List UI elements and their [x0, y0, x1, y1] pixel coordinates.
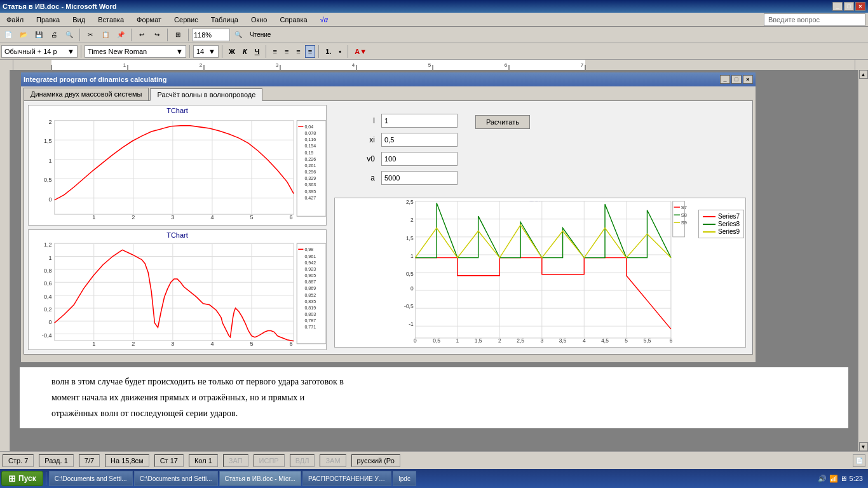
taskbar-item-0[interactable]: C:\Documents and Setti...	[49, 471, 133, 486]
highlight-button[interactable]: A▼	[351, 45, 370, 58]
cut-button[interactable]: ✂	[83, 28, 97, 42]
taskbar-item-3[interactable]: РАСПРОСТРАНЕНИЕ УП...	[302, 471, 391, 486]
app-minimize-btn[interactable]: _	[720, 75, 730, 84]
style-combo[interactable]: Обычный + 14 р ▼	[1, 45, 78, 58]
align-center-button[interactable]: ≡	[281, 45, 292, 58]
svg-text:0,363: 0,363	[304, 182, 316, 187]
toolbar-2: Обычный + 14 р ▼ Times New Roman ▼ 14 ▼ …	[0, 43, 868, 60]
app-restore-btn[interactable]: □	[731, 75, 742, 84]
input-xi-row: xi	[362, 133, 458, 147]
l-input[interactable]	[381, 114, 458, 128]
doc-paragraph-2: момент начала их движения прямых и отраж…	[51, 390, 817, 405]
svg-text:1: 1	[49, 255, 52, 261]
menu-insert[interactable]: Вставка	[94, 15, 128, 25]
svg-text:0,5: 0,5	[433, 337, 440, 344]
v0-input[interactable]	[381, 152, 458, 166]
svg-text:0: 0	[410, 285, 414, 292]
input-v0-row: v0	[362, 152, 458, 166]
start-button[interactable]: ⊞ Пуск	[1, 471, 43, 486]
svg-text:0,261: 0,261	[304, 163, 316, 168]
svg-text:0,4: 0,4	[44, 294, 52, 300]
menu-help[interactable]: Справка	[276, 15, 311, 25]
svg-text:4: 4	[210, 341, 214, 347]
bold-button[interactable]: Ж	[226, 45, 238, 58]
zoom-icon: 🔍	[231, 28, 245, 42]
svg-text:1: 1	[456, 337, 459, 344]
sep4	[188, 29, 189, 41]
svg-text:S9: S9	[681, 220, 687, 226]
xi-input[interactable]	[381, 133, 458, 147]
menu-file[interactable]: Файл	[3, 15, 27, 25]
menu-window[interactable]: Окно	[247, 15, 271, 25]
align-left-button[interactable]: ≡	[269, 45, 280, 58]
scroll-up-button[interactable]: ▲	[859, 70, 868, 79]
scroll-down-button[interactable]: ▼	[859, 442, 868, 451]
svg-text:0,395: 0,395	[304, 189, 316, 194]
align-justify-button[interactable]: ≡	[305, 45, 315, 58]
menu-service[interactable]: Сервис	[170, 15, 202, 25]
numbering-button[interactable]: 1.	[322, 45, 334, 58]
redo-button[interactable]: ↪	[150, 28, 164, 42]
underline-button[interactable]: Ч	[252, 45, 263, 58]
title-controls: _ □ ×	[832, 2, 865, 11]
minimize-button[interactable]: _	[832, 2, 843, 11]
clock: 5:23	[850, 475, 863, 482]
bullets-button[interactable]: •	[336, 45, 344, 58]
svg-text:1: 1	[123, 62, 126, 68]
taskbar-item-1[interactable]: C:\Documents and Setti...	[134, 471, 218, 486]
inputs-section: l xi v0 a	[357, 109, 463, 190]
taskbar-item-4[interactable]: Ipdc	[393, 471, 416, 486]
svg-text:0,2: 0,2	[44, 306, 52, 313]
italic-button[interactable]: К	[240, 45, 250, 58]
status-section: Разд. 1	[39, 454, 73, 467]
tab-dynamics[interactable]: Динамика двух массовой системы	[24, 88, 149, 100]
doc-paragraph-1: волн в этом случае будет происходить не …	[51, 374, 817, 390]
save-button[interactable]: 💾	[32, 28, 46, 42]
size-dropdown-icon: ▼	[208, 48, 215, 55]
svg-text:0,296: 0,296	[304, 170, 316, 175]
zoom-combo[interactable]: 118%	[192, 29, 230, 41]
svg-text:0,6: 0,6	[44, 280, 52, 287]
menu-math[interactable]: √α	[316, 15, 332, 25]
calc-button[interactable]: Расчитать	[475, 115, 530, 129]
maximize-button[interactable]: □	[844, 2, 854, 11]
svg-text:3: 3	[171, 214, 174, 220]
menu-table[interactable]: Таблица	[207, 15, 242, 25]
status-bar: Стр. 7 Разд. 1 7/7 На 15,8см Ст 17 Кол 1…	[0, 451, 868, 469]
sep6	[189, 45, 190, 58]
open-button[interactable]: 📂	[17, 28, 31, 42]
menu-view[interactable]: Вид	[69, 15, 89, 25]
app-close-btn[interactable]: ×	[743, 75, 753, 84]
read-mode-button[interactable]: Чтение	[247, 28, 274, 42]
chart2-title: TChart	[29, 230, 326, 240]
size-combo[interactable]: 14 ▼	[193, 45, 219, 58]
svg-text:S8: S8	[681, 212, 687, 218]
menu-format[interactable]: Формат	[133, 15, 165, 25]
series9-line	[703, 231, 715, 233]
systray-icons: 🔊 📶 🖥	[818, 475, 846, 483]
paste-button[interactable]: 📌	[114, 28, 128, 42]
a-input[interactable]	[381, 171, 458, 185]
doc-paragraph-3: отражённых волн от последующей серии уда…	[51, 405, 817, 421]
taskbar-item-2[interactable]: Статья в ИВ.doc - Micr...	[219, 471, 301, 486]
doc-area[interactable]: Integrated program of dinamics calculati…	[10, 70, 858, 451]
legend-series7: Series7	[703, 213, 740, 220]
svg-text:3,5: 3,5	[559, 337, 567, 344]
undo-button[interactable]: ↩	[135, 28, 149, 42]
new-button[interactable]: 📄	[1, 28, 15, 42]
ask-box[interactable]: Введите вопрос	[764, 13, 865, 26]
preview-button[interactable]: 🔍	[62, 28, 76, 42]
table-button[interactable]: ⊞	[171, 28, 185, 42]
align-right-button[interactable]: ≡	[293, 45, 303, 58]
right-scrollbar[interactable]: ▲ ▼	[858, 70, 868, 451]
print-button[interactable]: 🖨	[47, 28, 61, 42]
status-position: На 15,8см	[105, 454, 149, 467]
copy-button[interactable]: 📋	[98, 28, 112, 42]
font-combo[interactable]: Times New Roman ▼	[85, 45, 186, 58]
svg-text:1: 1	[410, 253, 414, 259]
svg-text:0,771: 0,771	[304, 325, 316, 330]
menu-edit[interactable]: Правка	[32, 15, 64, 25]
doc-view-button[interactable]: 📄	[853, 454, 865, 467]
tab-wave[interactable]: Расчёт волны в волнопроводе	[150, 88, 262, 101]
close-button[interactable]: ×	[855, 2, 865, 11]
